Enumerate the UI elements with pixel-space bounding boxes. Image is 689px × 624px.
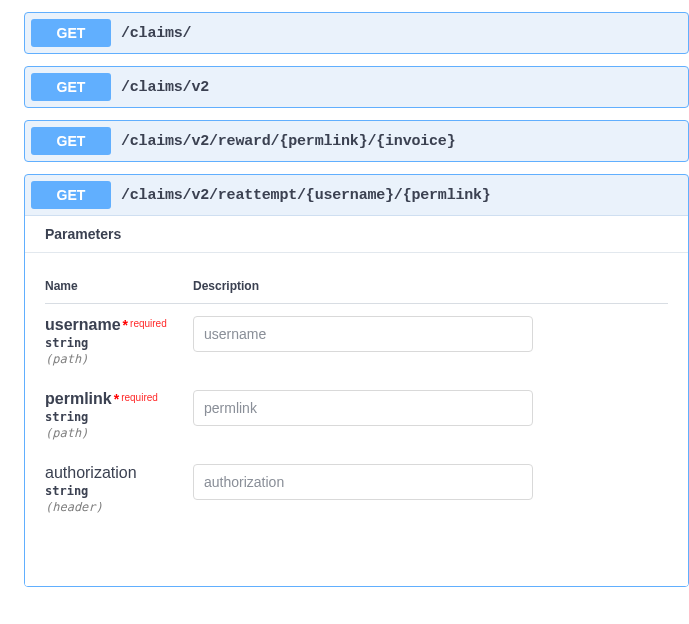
endpoint-path: /claims/v2/reattempt/{username}/{permlin… [121,187,491,204]
parameters-header: Parameters [25,216,688,253]
param-in: (path) [45,352,193,366]
opblock-summary[interactable]: GET /claims/v2/reattempt/{username}/{per… [25,175,688,215]
param-in: (header) [45,500,193,514]
param-input-authorization[interactable] [193,464,533,500]
param-name: permlink [45,390,112,407]
param-type: string [45,410,193,424]
opblock-body: Parameters Name Description username*req… [25,215,688,586]
param-row-authorization: authorization string (header) [45,452,668,526]
required-label: required [128,318,167,329]
endpoint-path: /claims/ [121,25,191,42]
parameters-table-wrap: Name Description username*required strin… [25,253,688,586]
required-label: required [119,392,158,403]
method-badge-get: GET [31,19,111,47]
parameters-title: Parameters [45,226,668,242]
param-in: (path) [45,426,193,440]
opblock-summary[interactable]: GET /claims/ [25,13,688,53]
param-type: string [45,336,193,350]
param-row-permlink: permlink*required string (path) [45,378,668,452]
col-header-name: Name [45,269,193,304]
param-type: string [45,484,193,498]
opblock-summary[interactable]: GET /claims/v2/reward/{permlink}/{invoic… [25,121,688,161]
endpoint-path: /claims/v2/reward/{permlink}/{invoice} [121,133,455,150]
col-header-description: Description [193,269,668,304]
param-name: authorization [45,464,137,481]
method-badge-get: GET [31,127,111,155]
parameters-table: Name Description username*required strin… [45,269,668,526]
opblock-claims-v2: GET /claims/v2 [24,66,689,108]
opblock-claims: GET /claims/ [24,12,689,54]
param-name: username [45,316,121,333]
method-badge-get: GET [31,181,111,209]
opblock-summary[interactable]: GET /claims/v2 [25,67,688,107]
endpoint-path: /claims/v2 [121,79,209,96]
opblock-claims-reward: GET /claims/v2/reward/{permlink}/{invoic… [24,120,689,162]
opblock-claims-reattempt: GET /claims/v2/reattempt/{username}/{per… [24,174,689,587]
method-badge-get: GET [31,73,111,101]
param-input-username[interactable] [193,316,533,352]
param-input-permlink[interactable] [193,390,533,426]
param-row-username: username*required string (path) [45,304,668,379]
required-star: * [121,317,128,333]
